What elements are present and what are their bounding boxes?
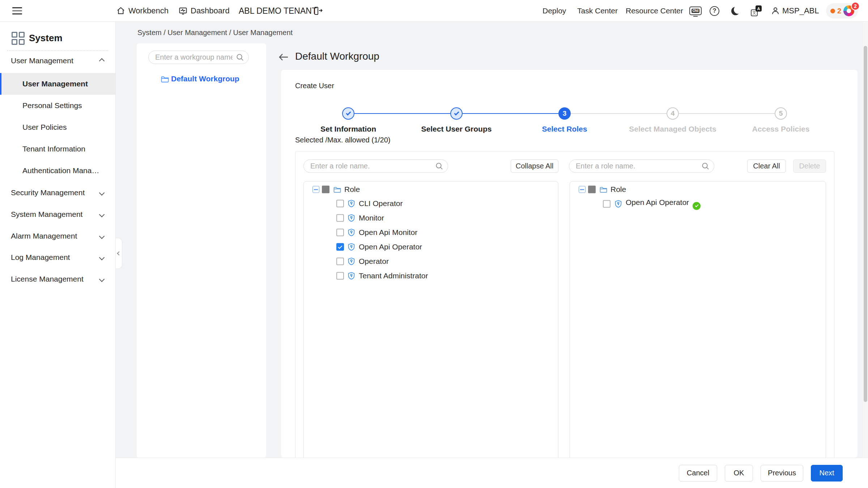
- username: MSP_ABL: [782, 6, 819, 16]
- chevron-down-icon: [99, 190, 105, 196]
- checkbox[interactable]: [336, 272, 344, 280]
- role-row-tenant-administrator[interactable]: Tenant Administrator: [304, 269, 558, 283]
- sidebar-item-personal-settings[interactable]: Personal Settings: [0, 95, 115, 116]
- role-search-right-input[interactable]: [569, 159, 714, 173]
- nav-dashboard-label: Dashboard: [191, 6, 230, 16]
- step-number: 5: [775, 107, 787, 120]
- wizard-step-select-user-groups[interactable]: Select User Groups: [402, 107, 511, 133]
- nav-workbench[interactable]: Workbench: [116, 0, 169, 22]
- language-icon[interactable]: 文 A: [751, 0, 762, 22]
- chevron-down-icon: [99, 233, 105, 239]
- sidebar-item-user-management[interactable]: User Management: [0, 73, 115, 95]
- role-search-left-input[interactable]: [303, 159, 448, 173]
- tree-root-row[interactable]: Role: [570, 182, 826, 197]
- wizard-step-set-information[interactable]: Set Information: [294, 107, 403, 133]
- role-shield-icon: [348, 272, 355, 280]
- tenant-selector[interactable]: ABL DEMO TENANT: [239, 0, 317, 22]
- notification-pill[interactable]: 2 2: [826, 3, 858, 18]
- collapse-toggle-icon[interactable]: [312, 186, 319, 193]
- nav-task-center[interactable]: Task Center: [577, 0, 618, 22]
- scrollbar-thumb[interactable]: [864, 46, 867, 402]
- top-bar: Workbench Dashboard ABL DEMO TENANT Depl…: [0, 0, 868, 22]
- breadcrumb: System / User Management / User Manageme…: [137, 29, 293, 37]
- sidebar-group-log-management[interactable]: Log Management: [0, 252, 116, 262]
- checkbox[interactable]: [336, 258, 344, 265]
- back-arrow-icon[interactable]: [278, 52, 289, 62]
- tree-root-label: Role: [610, 185, 626, 194]
- old-version-icon[interactable]: Old: [689, 0, 702, 22]
- workgroup-list-item[interactable]: Default Workgroup: [137, 72, 266, 86]
- sidebar-group-alarm-management[interactable]: Alarm Management: [0, 231, 116, 241]
- menu-icon[interactable]: [12, 7, 22, 14]
- role-row-cli-operator[interactable]: CLI Operator: [304, 196, 558, 211]
- role-row-open-api-monitor[interactable]: Open Api Monitor: [304, 225, 558, 240]
- collapse-all-button[interactable]: Collapse All: [511, 159, 558, 173]
- workgroup-search: [148, 51, 249, 64]
- tenant-name: ABL DEMO TENANT: [239, 6, 317, 16]
- workgroup-search-input[interactable]: [148, 51, 249, 64]
- collapse-toggle-icon[interactable]: [579, 186, 586, 193]
- folder-icon: [333, 186, 341, 193]
- delete-button[interactable]: Delete: [793, 159, 826, 173]
- status-dot: [830, 9, 835, 13]
- tenant-switch-icon[interactable]: [313, 0, 323, 22]
- search-icon: [236, 53, 244, 61]
- sidebar-group-license-management[interactable]: License Management: [0, 274, 116, 284]
- next-button[interactable]: Next: [811, 465, 843, 481]
- selected-max-counter: Selected /Max. allowed (1/20): [295, 136, 390, 144]
- role-row-operator[interactable]: Operator: [304, 254, 558, 269]
- footer-bar: Cancel OK Previous Next: [116, 458, 868, 488]
- role-row-open-api-operator[interactable]: Open Api Operator: [304, 240, 558, 254]
- step-check-icon: [450, 107, 463, 120]
- role-row-monitor[interactable]: Monitor: [304, 211, 558, 225]
- role-shield-icon: [348, 214, 355, 222]
- user-menu[interactable]: MSP_ABL: [771, 0, 819, 22]
- sidebar-group-security-management[interactable]: Security Management: [0, 188, 116, 198]
- nav-resource-center[interactable]: Resource Center: [626, 0, 683, 22]
- checkbox[interactable]: [603, 200, 610, 208]
- user-icon: [771, 7, 780, 15]
- sidebar-item-tenant-information[interactable]: Tenant Information: [0, 138, 115, 160]
- sidebar-item-user-policies[interactable]: User Policies: [0, 116, 115, 138]
- folder-icon: [600, 186, 607, 193]
- indeterminate-checkbox[interactable]: [322, 186, 329, 193]
- sidebar-group-system-management[interactable]: System Management: [0, 209, 116, 219]
- help-icon[interactable]: ?: [710, 0, 719, 22]
- nav-dashboard[interactable]: Dashboard: [179, 0, 230, 22]
- search-icon: [435, 162, 443, 170]
- available-roles-tree: Role CLI Operator Monitor Open Api Monit…: [303, 181, 558, 458]
- wizard-step-access-policies[interactable]: 5 Access Policies: [727, 107, 835, 133]
- dark-mode-icon[interactable]: [731, 0, 740, 22]
- wizard-step-select-roles[interactable]: 3 Select Roles: [510, 107, 619, 133]
- role-row-open-api-operator-selected[interactable]: Open Api Operator: [570, 197, 826, 211]
- chevron-up-icon: [99, 58, 105, 64]
- role-shield-icon: [348, 229, 355, 236]
- scrollbar-track[interactable]: [863, 22, 868, 488]
- sidebar-item-authentication[interactable]: Authentication Mana…: [0, 160, 115, 181]
- sidebar-title: System: [29, 33, 63, 44]
- chevron-down-icon: [99, 276, 105, 282]
- sidebar-collapse-handle[interactable]: [116, 238, 122, 269]
- card-title: Create User: [295, 82, 334, 90]
- cancel-button[interactable]: Cancel: [679, 465, 717, 481]
- indeterminate-checkbox[interactable]: [588, 186, 596, 193]
- wizard-step-select-managed-objects[interactable]: 4 Select Managed Objects: [618, 107, 727, 133]
- sidebar-group-user-management[interactable]: User Management: [0, 56, 116, 66]
- sidebar: System User Management User Management P…: [0, 22, 116, 488]
- status-count: 2: [837, 7, 841, 15]
- role-shield-icon: [348, 200, 355, 207]
- checkbox[interactable]: [336, 200, 344, 207]
- previous-button[interactable]: Previous: [761, 465, 803, 481]
- tree-root-row[interactable]: Role: [304, 182, 558, 197]
- role-shield-icon: [615, 200, 622, 208]
- checkbox[interactable]: [336, 214, 344, 222]
- role-shield-icon: [348, 258, 355, 265]
- role-shield-icon: [348, 243, 355, 251]
- checkbox[interactable]: [336, 229, 344, 236]
- checkbox-checked[interactable]: [336, 243, 344, 251]
- workgroup-panel: Default Workgroup: [137, 43, 266, 458]
- notification-badge: 2: [851, 2, 860, 10]
- nav-deploy[interactable]: Deploy: [542, 0, 566, 22]
- clear-all-button[interactable]: Clear All: [747, 159, 786, 173]
- ok-button[interactable]: OK: [725, 465, 753, 481]
